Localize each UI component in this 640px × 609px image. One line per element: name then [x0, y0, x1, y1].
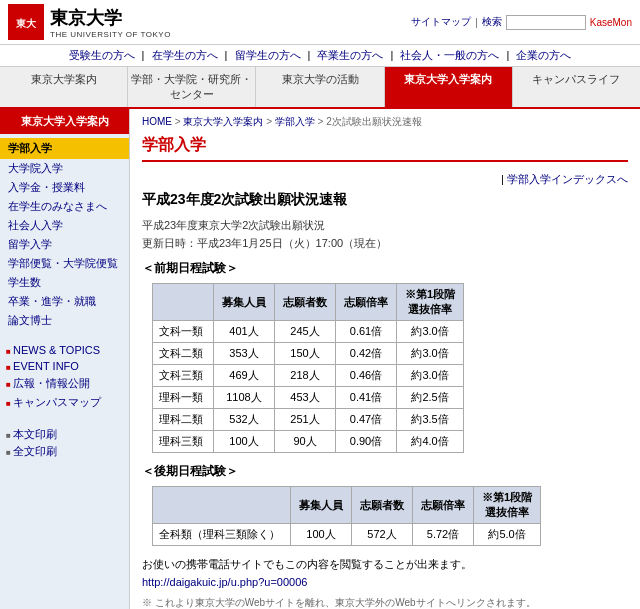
zenki-shigan: 453人: [275, 387, 336, 409]
koki-category: 全科類（理科三類除く）: [153, 524, 291, 546]
zenki-bairitu: 0.42倍: [336, 343, 397, 365]
sidebar-campus-map[interactable]: キャンパスマップ: [6, 393, 123, 412]
main-content: HOME > 東京大学入学案内 > 学部入学 > 2次試験出願状況速報 学部入学…: [130, 109, 640, 609]
zenki-category: 理科二類: [153, 409, 214, 431]
sidebar-item-gakuseisu[interactable]: 学生数: [0, 273, 129, 292]
audience-nav: 受験生の方へ | 在学生の方へ | 留学生の方へ | 卒業生の方へ | 社会人・…: [0, 45, 640, 67]
zenki-th-shigan: 志願者数: [275, 284, 336, 321]
sidebar-item-sotsu[interactable]: 卒業・進学・就職: [0, 292, 129, 311]
sidebar-nav: 学部入学 大学院入学 入学金・授業料 在学生のみなさまへ 社会人入学 留学入学 …: [0, 134, 129, 334]
logo-area: 東大 東京大学 THE UNIVERSITY OF TOKYO: [8, 4, 171, 40]
zenki-bairitu: 0.41倍: [336, 387, 397, 409]
breadcrumb: HOME > 東京大学入学案内 > 学部入学 > 2次試験出願状況速報: [142, 115, 628, 129]
zenki-category: 文科二類: [153, 343, 214, 365]
main-nav: 東京大学案内 学部・大学院・研究所・センター 東京大学の活動 東京大学入学案内 …: [0, 67, 640, 109]
audience-nav-kigyo[interactable]: 企業の方へ: [516, 49, 571, 61]
zenki-boshu: 532人: [214, 409, 275, 431]
sidebar-item-nyugakukin[interactable]: 入学金・授業料: [0, 178, 129, 197]
zenki-sentaku: 約3.5倍: [397, 409, 464, 431]
header-right: サイトマップ | 検索 KaseMon: [411, 15, 632, 30]
zenki-table-row: 文科三類 469人 218人 0.46倍 約3.0倍: [153, 365, 464, 387]
sidebar-item-daigakuin[interactable]: 大学院入学: [0, 159, 129, 178]
zenki-bairitu: 0.46倍: [336, 365, 397, 387]
sidebar-zenbun-print[interactable]: 全文印刷: [6, 443, 123, 460]
header: 東大 東京大学 THE UNIVERSITY OF TOKYO サイトマップ |…: [0, 0, 640, 45]
nav-nyugaku[interactable]: 東京大学入学案内: [385, 67, 513, 107]
zenki-th-category: [153, 284, 214, 321]
zenki-shigan: 245人: [275, 321, 336, 343]
zenki-th-bairitu: 志願倍率: [336, 284, 397, 321]
mobile-url: http://daigakuic.jp/u.php?u=00006: [142, 574, 628, 592]
zenki-table-row: 文科一類 401人 245人 0.61倍 約3.0倍: [153, 321, 464, 343]
zenki-boshu: 100人: [214, 431, 275, 453]
header-separator: |: [475, 17, 478, 28]
sidebar-koho[interactable]: 広報・情報公開: [6, 374, 123, 393]
sidebar-item-ryugaku[interactable]: 留学入学: [0, 235, 129, 254]
sidebar-item-binran[interactable]: 学部便覧・大学院便覧: [0, 254, 129, 273]
sidebar-item-gakubu-nyugaku[interactable]: 学部入学: [0, 138, 129, 159]
sidebar-item-ronbun[interactable]: 論文博士: [0, 311, 129, 330]
breadcrumb-nyugaku[interactable]: 東京大学入学案内: [183, 116, 263, 127]
mobile-info: お使いの携帯電話サイトでもこの内容を閲覧することが出来ます。 http://da…: [142, 556, 628, 609]
sidebar-news-topics[interactable]: NEWS & TOPICS: [6, 342, 123, 358]
sidebar-event-info[interactable]: EVENT INFO: [6, 358, 123, 374]
zenki-boshu: 401人: [214, 321, 275, 343]
sidebar-links: NEWS & TOPICS EVENT INFO 広報・情報公開 キャンパスマッ…: [0, 334, 129, 420]
koki-th-category: [153, 487, 291, 524]
zenki-table-row: 理科一類 1108人 453人 0.41倍 約2.5倍: [153, 387, 464, 409]
sidebar-print: 本文印刷 全文印刷: [0, 420, 129, 462]
zenki-sentaku: 約3.0倍: [397, 343, 464, 365]
update-line2: 更新日時：平成23年1月25日（火）17:00（現在）: [142, 235, 628, 253]
zenki-bairitu: 0.61倍: [336, 321, 397, 343]
koki-shigan: 572人: [352, 524, 413, 546]
logo-japanese: 東京大学: [50, 6, 171, 30]
update-info: 平成23年度東京大学2次試験出願状況 更新日時：平成23年1月25日（火）17:…: [142, 217, 628, 252]
breadcrumb-current: 2次試験出願状況速報: [326, 116, 422, 127]
kasemon-label: KaseMon: [590, 17, 632, 28]
university-logo-icon: 東大: [8, 4, 44, 40]
logo-english: THE UNIVERSITY OF TOKYO: [50, 30, 171, 39]
zenki-sentaku: 約3.0倍: [397, 321, 464, 343]
disclaimer: ※ これより東京大学のWebサイトを離れ、東京大学外のWebサイトへリンクされま…: [142, 595, 628, 609]
koki-th-sentaku: ※第1段階選抜倍率: [474, 487, 541, 524]
zenki-bairitu: 0.47倍: [336, 409, 397, 431]
sidebar-title: 東京大学入学案内: [0, 109, 129, 134]
sidebar-honbun-print[interactable]: 本文印刷: [6, 426, 123, 443]
update-line1: 平成23年度東京大学2次試験出願状況: [142, 217, 628, 235]
audience-nav-shakaijin[interactable]: 社会人・一般の方へ: [400, 49, 499, 61]
page-title: 平成23年度2次試験出願状況速報: [142, 191, 628, 209]
zenki-category: 理科三類: [153, 431, 214, 453]
nav-gakubu[interactable]: 学部・大学院・研究所・センター: [128, 67, 256, 107]
koki-section-heading: ＜後期日程試験＞: [142, 463, 628, 480]
zenki-boshu: 353人: [214, 343, 275, 365]
sitemap-link[interactable]: サイトマップ: [411, 15, 471, 29]
koki-table: 募集人員 志願者数 志願倍率 ※第1段階選抜倍率 全科類（理科三類除く） 100…: [152, 486, 541, 546]
koki-sentaku: 約5.0倍: [474, 524, 541, 546]
zenki-table-row: 理科二類 532人 251人 0.47倍 約3.5倍: [153, 409, 464, 431]
audience-nav-ryugakusei[interactable]: 留学生の方へ: [235, 49, 301, 61]
index-link-anchor[interactable]: 学部入学インデックスへ: [507, 173, 628, 185]
nav-campus[interactable]: キャンパスライフ: [513, 67, 640, 107]
breadcrumb-home[interactable]: HOME: [142, 116, 172, 127]
sidebar-item-zaigakusei[interactable]: 在学生のみなさまへ: [0, 197, 129, 216]
audience-nav-jukensei[interactable]: 受験生の方へ: [69, 49, 135, 61]
sidebar-item-shakaijin[interactable]: 社会人入学: [0, 216, 129, 235]
koki-table-row: 全科類（理科三類除く） 100人 572人 5.72倍 約5.0倍: [153, 524, 541, 546]
zenki-shigan: 90人: [275, 431, 336, 453]
page-heading: 学部入学: [142, 135, 628, 162]
zenki-table-row: 理科三類 100人 90人 0.90倍 約4.0倍: [153, 431, 464, 453]
breadcrumb-gakubu[interactable]: 学部入学: [275, 116, 315, 127]
search-link[interactable]: 検索: [482, 15, 502, 29]
search-input[interactable]: [506, 15, 586, 30]
nav-katsudo[interactable]: 東京大学の活動: [256, 67, 384, 107]
zenki-th-sentaku: ※第1段階選抜倍率: [397, 284, 464, 321]
zenki-section-heading: ＜前期日程試験＞: [142, 260, 628, 277]
zenki-sentaku: 約3.0倍: [397, 365, 464, 387]
nav-daigaku-annai[interactable]: 東京大学案内: [0, 67, 128, 107]
svg-text:東大: 東大: [16, 18, 37, 29]
zenki-category: 理科一類: [153, 387, 214, 409]
audience-nav-sotsugyosei[interactable]: 卒業生の方へ: [317, 49, 383, 61]
index-link: | 学部入学インデックスへ: [142, 172, 628, 187]
mobile-url-link[interactable]: http://daigakuic.jp/u.php?u=00006: [142, 576, 307, 588]
audience-nav-zaigakusei[interactable]: 在学生の方へ: [152, 49, 218, 61]
